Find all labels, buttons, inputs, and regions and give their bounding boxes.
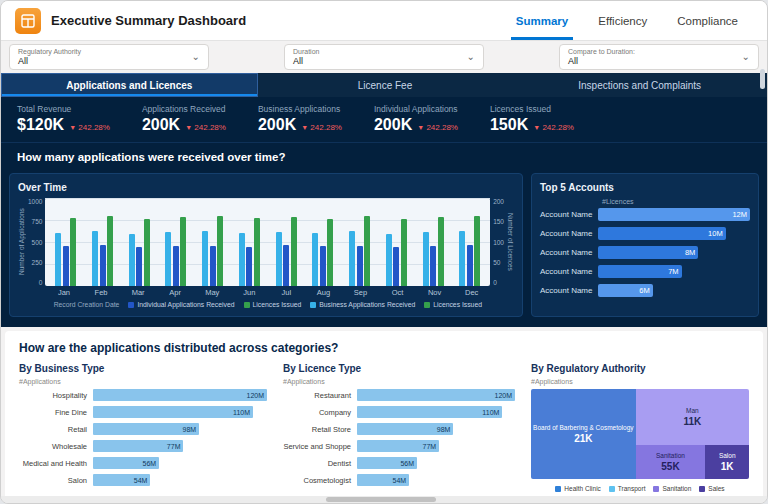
filter-regulatory-authority[interactable]: Regulatory Authority All ⌄ bbox=[9, 44, 209, 70]
account-bar[interactable]: 8M bbox=[598, 246, 698, 259]
category-bar[interactable]: 98M bbox=[93, 423, 199, 435]
filter-compare-duration[interactable]: Compare to Duration: All ⌄ bbox=[559, 44, 759, 70]
chart-bar[interactable] bbox=[401, 219, 407, 286]
treemap-block[interactable]: Board of Barbering & Cosmetology21K bbox=[531, 389, 636, 479]
chart-bar[interactable] bbox=[180, 217, 186, 286]
legend-item[interactable]: Sanitation bbox=[653, 485, 691, 492]
chart-bar[interactable] bbox=[283, 245, 289, 286]
chart-bar[interactable] bbox=[474, 216, 480, 286]
legend-item[interactable]: Transport bbox=[609, 485, 646, 492]
top-accounts-card: Top 5 Accounts #Licences Account Name12M… bbox=[531, 173, 759, 317]
chart-bar[interactable] bbox=[63, 246, 69, 286]
account-bar[interactable]: 7M bbox=[598, 265, 682, 278]
category-bar[interactable]: 54M bbox=[93, 474, 150, 486]
account-bar[interactable]: 6M bbox=[598, 284, 653, 297]
chart-bar[interactable] bbox=[239, 233, 245, 286]
y-axis-title-left: Number of Applications bbox=[18, 198, 25, 286]
category-bar[interactable]: 110M bbox=[357, 406, 502, 418]
chart-bar[interactable] bbox=[467, 245, 473, 286]
category-bar[interactable]: 120M bbox=[357, 389, 515, 401]
metric-label: #Licences bbox=[602, 198, 750, 205]
chart-bar[interactable] bbox=[291, 217, 297, 286]
chart-bar[interactable] bbox=[210, 246, 216, 286]
tab-compliance[interactable]: Compliance bbox=[662, 1, 753, 40]
legend-swatch-icon bbox=[244, 302, 250, 308]
chart-bar[interactable] bbox=[423, 232, 429, 286]
chevron-down-icon: ⌄ bbox=[742, 52, 750, 62]
kpi-value: 200K bbox=[258, 116, 296, 134]
y-tick-label: 500 bbox=[28, 239, 42, 246]
chart-title: By Licence Type bbox=[283, 363, 515, 374]
chart-bar[interactable] bbox=[320, 246, 326, 286]
section-tab-applications-licences[interactable]: Applications and Licences bbox=[1, 73, 258, 97]
chart-bar[interactable] bbox=[386, 234, 392, 286]
category-label: Wholesale bbox=[19, 442, 93, 451]
legend-item[interactable]: Sales bbox=[699, 485, 724, 492]
chart-bar[interactable] bbox=[92, 231, 98, 286]
bar-row: Retail Store98M bbox=[283, 423, 515, 435]
account-bar[interactable]: 12M bbox=[598, 208, 750, 221]
category-bar[interactable]: 98M bbox=[357, 423, 453, 435]
treemap-block[interactable]: Man11K bbox=[636, 389, 749, 445]
filter-duration[interactable]: Duration All ⌄ bbox=[284, 44, 484, 70]
chart-bar[interactable] bbox=[70, 218, 76, 286]
kpi-change: ▼ 242.28% bbox=[417, 123, 458, 132]
x-tick-label: Feb bbox=[83, 288, 120, 297]
chart-bar[interactable] bbox=[107, 216, 113, 286]
chart-bar[interactable] bbox=[430, 246, 436, 286]
legend-item[interactable]: Individual Applications Received bbox=[128, 301, 234, 308]
legend-swatch-icon bbox=[699, 486, 705, 492]
tab-summary[interactable]: Summary bbox=[501, 1, 583, 40]
bar-value-label: 98M bbox=[183, 426, 197, 433]
section-tab-licence-fee[interactable]: Licence Fee bbox=[258, 73, 513, 97]
chart-bar[interactable] bbox=[357, 246, 363, 286]
section-tab-inspections-complaints[interactable]: Inspections and Complaints bbox=[512, 73, 767, 97]
bar-value-label: 12M bbox=[732, 210, 747, 219]
legend-item[interactable]: Licences Issued bbox=[244, 301, 302, 308]
bar-group bbox=[378, 198, 415, 286]
chart-bar[interactable] bbox=[129, 234, 135, 286]
chart-bar[interactable] bbox=[136, 247, 142, 286]
chart-bar[interactable] bbox=[438, 217, 444, 286]
chart-bar[interactable] bbox=[312, 233, 318, 286]
chart-bar[interactable] bbox=[202, 231, 208, 286]
category-bar[interactable]: 56M bbox=[93, 457, 159, 469]
treemap-block[interactable]: Sanitation55K bbox=[636, 445, 706, 479]
horizontal-scrollbar-track[interactable] bbox=[1, 496, 767, 503]
chart-bar[interactable] bbox=[100, 245, 106, 286]
vertical-scrollbar-thumb[interactable] bbox=[760, 69, 765, 89]
chart-bar[interactable] bbox=[393, 247, 399, 286]
chart-bar[interactable] bbox=[349, 231, 355, 286]
chart-bar[interactable] bbox=[364, 216, 370, 286]
category-bar[interactable]: 54M bbox=[357, 474, 409, 486]
legend-item[interactable]: Licences Issued bbox=[424, 301, 482, 308]
x-tick-label: Jan bbox=[45, 288, 82, 297]
chart-bar[interactable] bbox=[459, 231, 465, 286]
chart-bar[interactable] bbox=[55, 233, 61, 286]
chart-bar[interactable] bbox=[276, 232, 282, 286]
chart-bar[interactable] bbox=[173, 246, 179, 286]
category-bar[interactable]: 56M bbox=[357, 457, 417, 469]
chart-bar[interactable] bbox=[327, 219, 333, 286]
category-bar[interactable]: 110M bbox=[93, 406, 253, 418]
kpi-value: 150K bbox=[490, 116, 528, 134]
legend-item[interactable]: Business Applications Received bbox=[310, 301, 415, 308]
chart-bar[interactable] bbox=[165, 232, 171, 286]
tab-efficiency[interactable]: Efficiency bbox=[583, 1, 662, 40]
bar-value-label: 120M bbox=[246, 392, 264, 399]
chart-bar[interactable] bbox=[254, 218, 260, 286]
bar-group bbox=[415, 198, 452, 286]
horizontal-scrollbar-thumb[interactable] bbox=[326, 497, 436, 502]
x-tick-label: Oct bbox=[379, 288, 416, 297]
chart-bar[interactable] bbox=[246, 247, 252, 286]
treemap-block[interactable]: Salon1K bbox=[705, 445, 749, 479]
legend-item[interactable]: Health Clinic bbox=[555, 485, 601, 492]
account-bar[interactable]: 10M bbox=[598, 227, 726, 240]
category-bar[interactable]: 77M bbox=[93, 440, 183, 452]
category-bar[interactable]: 120M bbox=[93, 389, 267, 401]
chart-bar[interactable] bbox=[217, 216, 223, 286]
category-bar[interactable]: 77M bbox=[357, 440, 439, 452]
bar-track: 12M bbox=[598, 208, 750, 221]
chart-bar[interactable] bbox=[144, 219, 150, 286]
account-name-label: Account Name bbox=[540, 267, 598, 276]
